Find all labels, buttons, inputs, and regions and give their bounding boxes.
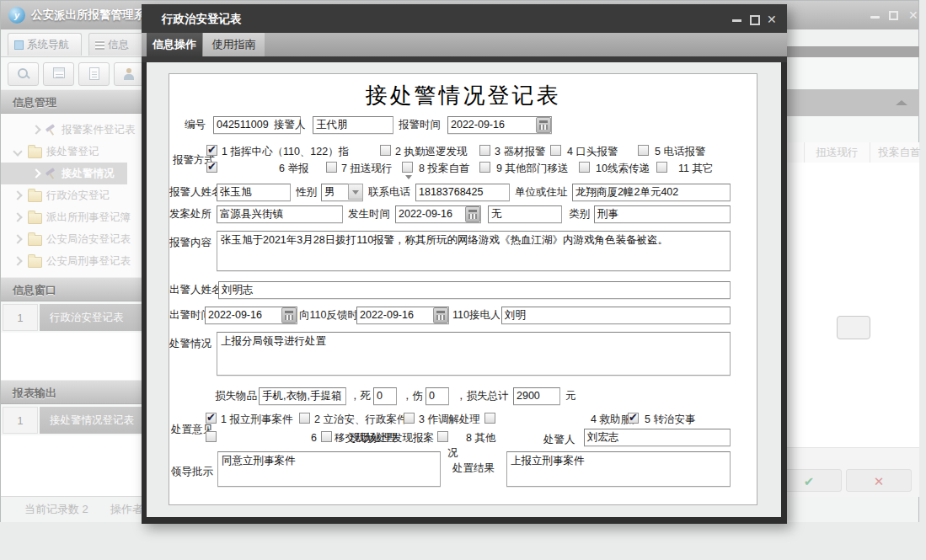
app-logo-icon: y: [8, 7, 25, 24]
loss-total-label: ，损失总计: [456, 389, 511, 403]
address-field[interactable]: 龙翔商厦2幢2单元402: [572, 184, 731, 201]
tree-item-station-criminal[interactable]: 派出所刑事登记簿: [1, 206, 142, 228]
receiver110-label: 110接电人: [452, 308, 500, 323]
disposal-1-label: 1 报立刑事案件: [221, 413, 292, 426]
receiver-field[interactable]: 王代朋: [313, 116, 393, 134]
toolbar-list-button[interactable]: [43, 62, 74, 86]
tab-info-operation[interactable]: 信息操作: [147, 33, 202, 56]
calendar-icon[interactable]: [433, 307, 448, 323]
dialog-right-edge: [781, 62, 787, 517]
tree-item-bureau-criminal[interactable]: 公安局刑事登记表: [1, 250, 142, 272]
receiver110-field[interactable]: 刘明: [501, 307, 731, 324]
method-5-checkbox[interactable]: [638, 145, 649, 156]
disposal-1-checkbox[interactable]: [206, 413, 217, 424]
leader-textarea[interactable]: 同意立刑事案件: [217, 451, 441, 487]
disposal-7-checkbox[interactable]: [321, 431, 332, 442]
leader-label: 领导批示: [171, 465, 217, 479]
result-textarea[interactable]: 上报立刑事案件: [506, 451, 731, 487]
main-window-title: 公安派出所报警管理系统: [31, 8, 157, 23]
tab-system-nav[interactable]: 系统导航: [8, 33, 82, 56]
method-1-checkbox[interactable]: [206, 145, 217, 156]
method-3-checkbox[interactable]: [479, 145, 490, 156]
method-1-label: 1 指挥中心（110、122）指: [222, 145, 349, 158]
col-header[interactable]: 投案自首: [870, 142, 926, 163]
dialog-close-icon[interactable]: ✕: [767, 13, 777, 26]
col-header[interactable]: 扭送现行: [805, 142, 870, 163]
tool-icon: [45, 124, 56, 136]
method-9-checkbox[interactable]: [479, 162, 490, 173]
loss-total-field[interactable]: 2900: [513, 387, 560, 405]
calendar-icon[interactable]: [536, 117, 551, 133]
tree-item-admin-security[interactable]: 行政治安登记: [1, 184, 142, 206]
tab-user-guide[interactable]: 使用指南: [202, 33, 265, 56]
death-field[interactable]: 0: [373, 387, 397, 405]
row-number: 1: [3, 407, 38, 434]
officer-out-label: 出警人姓名: [169, 283, 218, 297]
method-7-checkbox[interactable]: [326, 162, 337, 173]
close-icon[interactable]: ✕: [908, 9, 918, 21]
dialog-maximize-icon[interactable]: [750, 15, 760, 25]
folder-icon: [28, 147, 42, 158]
dialog-admin-security-form: 行政治安登记表 ✕ 信息操作 使用指南 接处警情况登记表 编号 04251100…: [142, 4, 787, 524]
calendar-icon[interactable]: [281, 307, 297, 323]
content-textarea[interactable]: 张玉旭于2021年3月28日拨打110报警，称其所玩的网络游戏《热血江湖》内游戏…: [217, 231, 731, 271]
toolbar-user-button[interactable]: [114, 62, 145, 86]
nav-square-icon: [14, 40, 24, 50]
bg-small-button[interactable]: [837, 316, 870, 339]
officer-out-field[interactable]: 刘明志: [218, 281, 731, 299]
category-field[interactable]: 刑事: [594, 205, 731, 223]
form-title: 接处警情况登记表: [169, 81, 757, 110]
phone-field[interactable]: 18183768425: [415, 184, 510, 201]
method-6-checkbox[interactable]: [206, 162, 217, 173]
tree-item-jiechujing-status[interactable]: 接处警情况: [1, 163, 127, 184]
loss-unit-label: 元: [565, 389, 579, 403]
toolbar-search-button[interactable]: [8, 62, 39, 86]
disposal-6-checkbox[interactable]: [206, 431, 217, 442]
cross-icon: ✕: [874, 474, 885, 488]
dialog-minimize-icon[interactable]: [732, 19, 741, 22]
section-header-report-output: 报表输出: [1, 380, 142, 404]
dialog-title: 行政治安登记表: [162, 12, 242, 27]
disposal-2-checkbox[interactable]: [299, 413, 310, 424]
dropdown-arrow-icon[interactable]: [348, 184, 363, 200]
method-2-checkbox[interactable]: [380, 145, 391, 156]
toolbar-document-button[interactable]: [78, 62, 110, 86]
minimize-icon[interactable]: [870, 16, 880, 19]
tree-item-case-register[interactable]: 报警案件登记表: [1, 119, 142, 141]
occur-extra-field[interactable]: 无: [488, 205, 562, 223]
loss-items-field[interactable]: 手机,衣物,手提箱: [259, 387, 346, 405]
disposal-8-checkbox[interactable]: [437, 431, 448, 442]
cancel-button[interactable]: ✕: [846, 469, 912, 492]
disposal-4-checkbox[interactable]: [484, 413, 495, 424]
number-label: 编号: [185, 118, 211, 132]
disposal-overlap-b: 现场处理发现报案: [350, 431, 434, 445]
method-7-label: 7 扭送现行: [341, 162, 392, 175]
disposal-3-checkbox[interactable]: [404, 413, 415, 424]
grid-icon: [95, 40, 104, 50]
method-10-checkbox[interactable]: [579, 162, 590, 173]
calendar-icon[interactable]: [465, 206, 480, 222]
reporter-field[interactable]: 张玉旭: [217, 184, 291, 201]
place-field[interactable]: 富源县兴街镇: [217, 205, 343, 223]
disposal-5-checkbox[interactable]: [628, 413, 639, 424]
method-11-checkbox[interactable]: [656, 162, 667, 173]
chevron-down-icon: [13, 147, 22, 156]
method-8-checkbox[interactable]: [402, 162, 413, 173]
list-icon: [53, 67, 65, 78]
tree-item-bureau-security[interactable]: 公安局治安登记表: [1, 228, 142, 250]
record-count: 当前记录数 2: [24, 497, 88, 522]
search-icon: [17, 67, 30, 81]
injury-field[interactable]: 0: [426, 387, 449, 405]
chevron-right-icon: [13, 256, 22, 265]
method-10-label: 10线索传递: [596, 162, 650, 175]
phone-label: 联系电话: [368, 185, 414, 200]
method-4-checkbox[interactable]: [550, 145, 561, 156]
collapse-arrow-icon: [896, 100, 907, 105]
report-time-label: 报警时间: [399, 118, 446, 132]
restore-icon[interactable]: [889, 11, 898, 20]
officer-handle-field[interactable]: 刘宏志: [584, 429, 731, 446]
dialog-titlebar: 行政治安登记表 ✕: [142, 4, 787, 33]
tree-item-jiechujing-register[interactable]: 接处警登记: [1, 141, 142, 163]
handle-textarea[interactable]: 上报分局领导进行处置: [217, 332, 731, 376]
dialog-bottom-edge: [142, 517, 787, 524]
